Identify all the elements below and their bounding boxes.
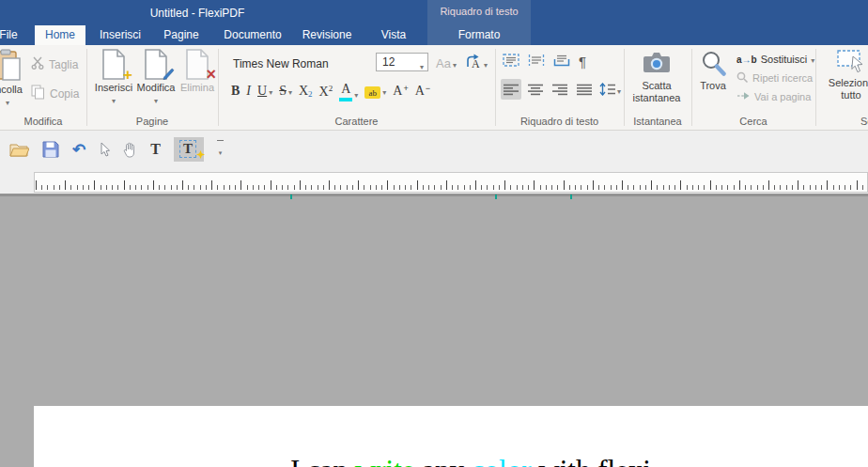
delete-page-button: Elimina [177, 49, 218, 94]
document-page[interactable]: I can write any color with flexi [34, 406, 868, 467]
text-run: any [415, 454, 472, 467]
strikethrough-dropdown-icon[interactable] [288, 84, 292, 99]
tab-vista[interactable]: Vista [372, 25, 415, 45]
grow-font-button[interactable]: A+ [393, 84, 408, 99]
insert-page-button[interactable]: Inserisci [92, 49, 135, 106]
plus-badge-icon [123, 69, 132, 83]
shrink-font-button[interactable]: A− [415, 84, 430, 99]
tab-revisione[interactable]: Revisione [295, 25, 359, 45]
edit-page-label: Modifica [137, 82, 176, 94]
align-right-button[interactable] [550, 79, 570, 100]
edit-page-button[interactable]: Modifica [134, 49, 178, 106]
select-all-label: Seleziona tutto [825, 77, 868, 101]
subscript-button[interactable]: X2 [299, 84, 313, 99]
contextual-tab-header: Riquadro di testo [427, 0, 531, 23]
group-label-cerca: Cerca [691, 116, 815, 127]
text-tool-icon[interactable]: T [150, 141, 161, 158]
group-separator [691, 49, 692, 126]
fit-frame-bottom-icon[interactable] [553, 54, 570, 70]
search-options-column: a→b Sostituisci Ripeti ricerca [736, 53, 814, 103]
tab-pagine[interactable]: Pagine [154, 25, 209, 45]
align-center-button[interactable] [525, 79, 546, 100]
underline-button[interactable]: U [257, 84, 272, 99]
undo-icon[interactable] [72, 140, 85, 160]
underline-dropdown-icon[interactable] [269, 84, 272, 99]
font-format-row: B I U S X2 X2 A ab A+ A− [231, 79, 430, 103]
snapshot-label: Scatta istantanea [628, 80, 686, 104]
font-size-dropdown-icon[interactable] [420, 59, 424, 72]
group-separator [218, 49, 219, 126]
toolbar-overflow-icon[interactable] [217, 140, 224, 159]
paste-dropdown-icon [6, 96, 9, 108]
strikethrough-button[interactable]: S [279, 84, 292, 99]
fit-frame-sides-icon[interactable] [528, 54, 545, 70]
font-size-value: 12 [382, 55, 395, 69]
tab-inserisci[interactable]: Inserisci [94, 25, 147, 45]
superscript-button[interactable]: X2 [319, 84, 333, 100]
bold-button[interactable]: B [231, 84, 240, 99]
find-button[interactable]: Trova [693, 50, 733, 92]
font-color-button[interactable]: A [339, 82, 358, 101]
tab-formato[interactable]: Formato [427, 25, 531, 45]
replace-icon: a→b [736, 54, 757, 65]
group-separator [624, 49, 625, 126]
document-text-line[interactable]: I can write any color with flexi [290, 454, 651, 467]
snapshot-button[interactable]: Scatta istantanea [628, 51, 686, 104]
select-all-button[interactable]: Seleziona tutto [825, 50, 868, 101]
search-icon [700, 50, 726, 80]
replace-button[interactable]: a→b Sostituisci [736, 53, 814, 66]
copy-icon [31, 85, 45, 102]
justify-button[interactable] [574, 79, 595, 100]
scissors-icon [31, 56, 44, 72]
highlight-dropdown-icon[interactable] [382, 84, 386, 99]
align-left-button[interactable] [501, 79, 521, 100]
font-color-dropdown-icon[interactable] [354, 86, 358, 101]
pointer-icon[interactable] [99, 142, 110, 157]
clipboard-paste-icon [0, 49, 22, 84]
group-label-riquadro: Riquadro di testo [495, 116, 624, 127]
font-size-combo[interactable]: 12 [376, 53, 428, 71]
paste-label: Incolla [0, 84, 23, 96]
repeat-search-button: Ripeti ricerca [736, 71, 814, 85]
goto-page-label: Vai a pagina [754, 91, 811, 102]
frame-edge-marker [290, 195, 292, 199]
highlight-icon: ab [364, 86, 380, 99]
fit-frame-top-icon[interactable] [503, 54, 519, 70]
text-direction-button[interactable]: A [464, 53, 488, 72]
font-name-combo[interactable]: Times New Roman [233, 57, 329, 70]
pilcrow-icon[interactable] [579, 54, 586, 70]
group-label-pagine: Pagine [86, 116, 218, 127]
ribbon: Incolla Taglia Copia M [0, 45, 868, 131]
edit-page-dropdown-icon [154, 94, 158, 106]
replace-label: Sostituisci [761, 54, 808, 65]
ruler-ticks [36, 173, 867, 190]
group-label-carattere: Carattere [218, 116, 495, 127]
italic-button[interactable]: I [246, 84, 251, 99]
open-folder-icon[interactable] [9, 142, 29, 157]
highlight-button[interactable]: ab [364, 84, 386, 99]
alignment-row [501, 79, 621, 100]
line-spacing-button[interactable] [599, 81, 621, 98]
pan-hand-icon[interactable] [123, 142, 137, 158]
save-icon[interactable] [42, 141, 59, 158]
text-run: I can [290, 454, 355, 467]
frame-edge-marker [570, 195, 572, 199]
text-plus-tool-icon[interactable]: T [174, 137, 204, 162]
tab-documento[interactable]: Documento [218, 25, 287, 45]
group-label-selezione: Selezione [860, 116, 868, 127]
edit-page-icon [144, 49, 168, 80]
repeat-search-label: Ripeti ricerca [752, 72, 813, 84]
paste-button[interactable]: Incolla [0, 49, 30, 108]
star-icon [196, 146, 205, 163]
line-spacing-dropdown-icon[interactable] [617, 81, 621, 98]
tab-home[interactable]: Home [35, 25, 85, 45]
change-case-dropdown-icon [453, 56, 457, 70]
text-frame-row [503, 54, 586, 70]
svg-text:A: A [472, 57, 480, 69]
change-case-button: Aa [436, 56, 457, 70]
insert-page-dropdown-icon [112, 94, 116, 106]
tab-file[interactable]: File [0, 25, 23, 45]
quick-access-toolbar: T T [9, 135, 224, 163]
replace-dropdown-icon[interactable] [811, 54, 814, 65]
text-run: with flexi [532, 454, 651, 467]
